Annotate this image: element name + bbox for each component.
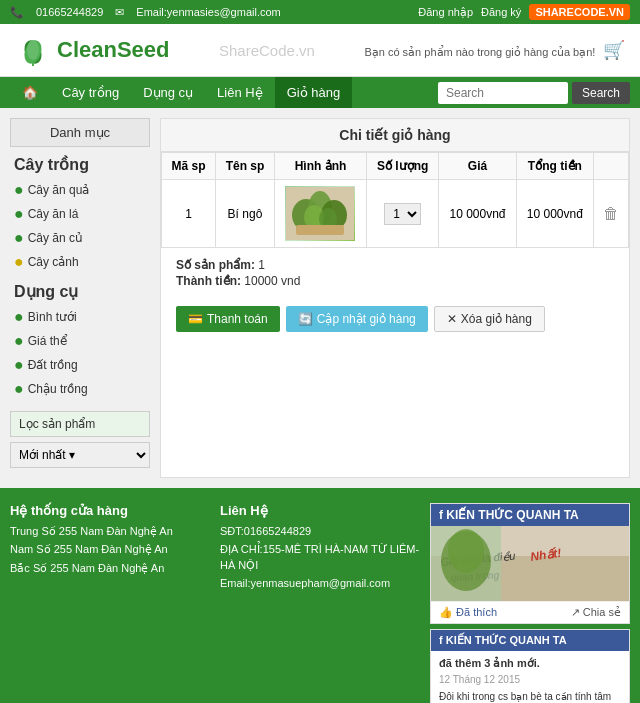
dot-yellow-icon: ● [14, 253, 24, 271]
sidebar-section-dung-cu: Dụng cụ [10, 274, 150, 305]
dot-icon: ● [14, 332, 24, 350]
cart-table: Mã sp Tên sp Hình ảnh Số lượng Giá Tổng … [161, 152, 629, 248]
email-icon: ✉ [115, 6, 124, 19]
logo: CleanSeed [15, 32, 170, 68]
nav-lien-he[interactable]: Liên Hệ [205, 77, 275, 108]
footer-email: Email:yenmasuepham@gmail.com [220, 576, 420, 591]
credit-card-icon: 💳 [188, 312, 203, 326]
row-id: 1 [162, 180, 216, 248]
dot-icon: ● [14, 181, 24, 199]
fb-cover-image: Gia tình là điều quan trọng Nhất! [431, 526, 629, 601]
footer-store-3: Bắc Số 255 Nam Đàn Nghệ An [10, 561, 210, 576]
fb-post: f KIẾN THỨC QUANH TA đã thêm 3 ảnh mới. … [430, 629, 630, 703]
sidebar-item-binh-tuoi[interactable]: ● Bình tưới [10, 305, 150, 329]
delete-cart-button[interactable]: ✕ Xóa giỏ hàng [434, 306, 545, 332]
logo-clean: Clean [57, 37, 117, 62]
row-name: Bí ngô [216, 180, 275, 248]
search-input[interactable] [438, 82, 568, 104]
table-row: 1 Bí ngô [162, 180, 629, 248]
logo-text: CleanSeed [57, 37, 170, 63]
fb-post-body: đã thêm 3 ảnh mới. 12 Tháng 12 2015 Đôi … [431, 651, 629, 703]
sidebar-item-an-la[interactable]: ● Cây ăn lá [10, 202, 150, 226]
dot-icon: ● [14, 356, 24, 374]
col-gia: Giá [439, 153, 516, 180]
col-ten-sp: Tên sp [216, 153, 275, 180]
register-link[interactable]: Đăng ký [481, 6, 521, 18]
dot-icon: ● [14, 229, 24, 247]
top-bar-right: Đăng nhập Đăng ký SHARECODE.VN [418, 4, 630, 20]
update-cart-button[interactable]: 🔄 Cập nhật giỏ hàng [286, 306, 428, 332]
sidebar-item-an-cu[interactable]: ● Cây ăn củ [10, 226, 150, 250]
refresh-icon: 🔄 [298, 312, 313, 326]
topbar-email: Email:yenmasies@gmail.com [136, 6, 280, 18]
sidebar-item-gia-the[interactable]: ● Giá thể [10, 329, 150, 353]
svg-rect-10 [296, 225, 344, 235]
x-icon: ✕ [447, 312, 457, 326]
cart-icon: 🛒 [603, 40, 625, 60]
footer-col-stores: Hệ thống cửa hàng Trung Số 255 Nam Đàn N… [10, 503, 210, 703]
col-tong-tien: Tổng tiền [516, 153, 593, 180]
sidebar-item-canh[interactable]: ● Cây cảnh [10, 250, 150, 274]
footer-social: f KIẾN THỨC QUANH TA Gia tình là điều qu… [430, 503, 630, 703]
cart-title: Chi tiết giỏ hàng [161, 119, 629, 152]
row-qty: 1 2 3 [367, 180, 439, 248]
dot-icon: ● [14, 308, 24, 326]
sidebar-item-an-qua[interactable]: ● Cây ăn quả [10, 178, 150, 202]
fb-icon2: f [439, 634, 446, 646]
sidebar-item-chau-trong[interactable]: ● Chậu trồng [10, 377, 150, 401]
watermark: ShareCode.vn [170, 42, 365, 59]
fb-actions: 👍 Đã thích ↗ Chia sẻ [431, 601, 629, 623]
phone-icon: 📞 [10, 6, 24, 19]
nav-dung-cu[interactable]: Dụng cụ [131, 77, 205, 108]
col-action [594, 153, 629, 180]
footer-sdt: SĐT:01665244829 [220, 524, 420, 539]
svg-point-18 [448, 529, 484, 573]
sharecode-badge: SHARECODE.VN [529, 4, 630, 20]
navbar: 🏠 Cây trồng Dụng cụ Liên Hệ Giỏ hàng Sea… [0, 77, 640, 108]
footer-store-2: Nam Số 255 Nam Đàn Nghệ An [10, 542, 210, 557]
sidebar-section-cay-trong: Cây trồng [10, 147, 150, 178]
cart-actions: 💳 Thanh toán 🔄 Cập nhật giỏ hàng ✕ Xóa g… [161, 298, 629, 340]
row-price: 10 000vnđ [439, 180, 516, 248]
footer-address: ĐỊA CHỈ:155-MÊ TRÌ HÀ-NAM TỪ LIÊM-HÀ NỘI [220, 542, 420, 573]
filter-select[interactable]: Mới nhất ▾ Giá tăng dần Giá giảm dần [10, 442, 150, 468]
sidebar-title: Danh mục [10, 118, 150, 147]
fb-like-button[interactable]: 👍 Đã thích [439, 606, 497, 619]
fb-header: f KIẾN THỨC QUANH TA [431, 504, 629, 526]
footer-contact-title: Liên Hệ [220, 503, 420, 518]
cart-summary: Số sản phẩm: 1 Thành tiền: 10000 vnd [161, 248, 629, 298]
svg-point-2 [27, 40, 39, 60]
login-link[interactable]: Đăng nhập [418, 6, 473, 19]
footer-col-contact: Liên Hệ SĐT:01665244829 ĐỊA CHỈ:155-MÊ T… [220, 503, 420, 703]
row-delete-button[interactable]: 🗑 [603, 205, 619, 223]
pay-button[interactable]: 💳 Thanh toán [176, 306, 280, 332]
fb-post-date: 12 Tháng 12 2015 [439, 673, 621, 687]
filter-section: Lọc sản phẩm Mới nhất ▾ Giá tăng dần Giá… [10, 411, 150, 468]
row-image [274, 180, 366, 248]
cart-notice-text: Bạn có sản phẩm nào trong giỏ hàng của b… [364, 46, 595, 58]
filter-title: Lọc sản phẩm [10, 411, 150, 437]
nav-gio-hang[interactable]: Giỏ hàng [275, 77, 353, 108]
fb-post-text: Đôi khi trong cs bạn bè ta cần tính tâm … [439, 690, 621, 703]
footer: Hệ thống cửa hàng Trung Số 255 Nam Đàn N… [0, 488, 640, 703]
search-button[interactable]: Search [572, 82, 630, 104]
summary-total: Thành tiền: 10000 vnd [176, 274, 614, 288]
dot-icon: ● [14, 205, 24, 223]
nav-home[interactable]: 🏠 [10, 77, 50, 108]
top-bar: 📞 01665244829 ✉ Email:yenmasies@gmail.co… [0, 0, 640, 24]
product-image [285, 186, 355, 241]
dot-icon: ● [14, 380, 24, 398]
plant-image-svg [286, 187, 354, 240]
top-bar-left: 📞 01665244829 ✉ Email:yenmasies@gmail.co… [10, 6, 281, 19]
topbar-phone: 01665244829 [36, 6, 103, 18]
fb-share-button[interactable]: ↗ Chia sẻ [571, 606, 621, 619]
main-container: Danh mục Cây trồng ● Cây ăn quả ● Cây ăn… [0, 108, 640, 488]
fb-image-area: Gia tình là điều quan trọng Nhất! [431, 526, 629, 601]
nav-cay-trong[interactable]: Cây trồng [50, 77, 131, 108]
sidebar-item-dat-trong[interactable]: ● Đất trồng [10, 353, 150, 377]
header: CleanSeed ShareCode.vn Bạn có sản phẩm n… [0, 24, 640, 77]
nav-search: Search [438, 82, 630, 104]
fb-post-header: f KIẾN THỨC QUANH TA [431, 630, 629, 651]
qty-select[interactable]: 1 2 3 [384, 203, 421, 225]
sidebar: Danh mục Cây trồng ● Cây ăn quả ● Cây ăn… [10, 118, 150, 478]
